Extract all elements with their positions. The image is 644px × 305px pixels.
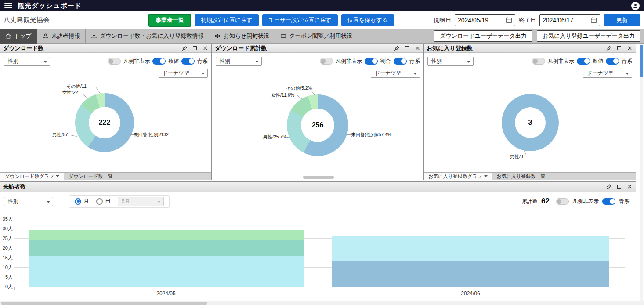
tab-coupon-usage[interactable]: クーポン閲覧／利用状況 [275,29,358,44]
blue-palette-toggle[interactable] [394,58,407,65]
gender-filter-select[interactable]: 性別 [4,57,50,66]
gender-filter-select[interactable]: 性別 [427,57,474,66]
slice-label-female: 女性/22 [62,90,78,96]
reset-user-position-button[interactable]: ユーザー設定位置に戻す [262,14,338,26]
chart-type-select[interactable]: ドーナツ型 [159,69,208,78]
numeric-toggle[interactable] [152,58,166,65]
home-icon [5,33,11,39]
export-download-users-button[interactable]: ダウンロードユーザーデータ出力 [434,30,532,42]
panel-title: ダウンロード数 [3,44,44,52]
y-axis-tick-label: 0人 [0,283,13,290]
tab-top[interactable]: トップ [0,29,37,44]
footer-tab-graph[interactable]: お気に入り登録数グラフ [424,173,492,180]
legend-hide-toggle[interactable] [108,58,121,65]
footer-tab-list[interactable]: ダウンロード数一覧 [64,173,117,180]
donut-center-total: 222 [89,107,120,138]
blue-palette-toggle[interactable] [181,58,195,65]
business-list-button[interactable]: 事業者一覧 [148,14,191,27]
pin-icon[interactable] [605,45,612,51]
panel-title: お気に入り登録数 [427,44,473,52]
hamburger-menu-icon[interactable] [4,2,13,10]
numeric-label: 数値 [168,58,179,65]
slice-label-other: その他/11 [66,84,87,90]
footer-tab-graph[interactable]: ダウンロード数グラフ [0,173,64,180]
horizontal-scrollbar [0,301,644,305]
maximize-icon[interactable] [616,183,622,190]
legend-hide-toggle[interactable] [320,58,333,65]
tab-visitor-info[interactable]: 来訪者情報 [37,29,86,44]
favorites-donut-chart: 3 [502,94,559,151]
close-icon[interactable] [414,45,421,51]
slice-label-female: 女性/11.6% [271,92,294,98]
day-radio-option[interactable]: 日 [96,197,111,205]
chart-type-select[interactable]: ドーナツ型 [371,69,420,78]
ratio-toggle[interactable] [365,58,378,65]
radio-selected-icon[interactable] [75,198,81,205]
bar-segment [29,240,304,255]
visitor-controls: 性別 月 日 5月 累計数 62 凡例非表示 青系 [4,196,630,207]
y-axis-tick-label: 30人 [0,225,13,232]
tab-download-favorites[interactable]: ダウンロード数・お気に入り登録数情報 [86,29,209,44]
bar-segment [29,256,304,287]
month-radio-label: 月 [83,197,89,205]
axis-tick [14,287,15,290]
save-position-button[interactable]: 位置を保存する [341,14,394,26]
close-icon[interactable] [626,183,633,190]
slice-label-no-answer: 未回答(性別)/132 [134,132,169,138]
y-axis-tick-label: 10人 [0,264,13,271]
gender-filter-select[interactable]: 性別 [216,57,262,66]
scrollbar-thumb[interactable] [303,176,334,179]
panel-header: ダウンロード数 [0,44,211,53]
gender-filter-select[interactable]: 性別 [4,197,53,206]
pin-icon[interactable] [181,45,188,51]
close-icon[interactable] [626,45,633,51]
tab-notice-open-status[interactable]: お知らせ開封状況 [209,29,275,44]
blue-palette-toggle[interactable] [602,198,615,205]
end-date-input[interactable]: 2024/06/17 [539,14,600,26]
user-avatar[interactable] [631,2,640,10]
leader-line [96,87,101,94]
scrollbar-thumb[interactable] [1,302,207,305]
pin-icon[interactable] [605,183,612,190]
start-date-input[interactable]: 2024/05/19 [455,14,515,26]
numeric-label: 数値 [593,58,603,65]
start-date-value: 2024/05/19 [458,17,488,24]
month-select-disabled: 5月 [118,197,164,206]
ratio-label: 割合 [380,58,391,65]
scrollbar-thumb[interactable] [640,45,643,77]
x-axis-label-may: 2024/05 [146,290,186,297]
maximize-icon[interactable] [404,45,410,51]
bar-2024-06 [332,236,609,287]
blue-palette-toggle[interactable] [606,58,619,65]
panel-footer-tabs: ダウンロード数グラフ ダウンロード数一覧 [0,172,211,180]
month-radio-option[interactable]: 月 [75,197,89,205]
radio-unselected-icon[interactable] [96,198,103,205]
y-axis-tick-label: 20人 [0,245,13,251]
export-favorite-users-button[interactable]: お気に入り登録ユーザーデータ出力 [537,30,640,42]
download-count-donut-chart: 222 [75,93,134,152]
legend-hide-toggle[interactable] [532,58,545,65]
top-app-bar: 観光ダッシュボード [0,0,644,11]
reset-default-position-button[interactable]: 初期設定位置に戻す [195,14,259,26]
legend-hide-toggle[interactable] [556,198,569,205]
update-button[interactable]: 更新 [604,14,640,26]
maximize-icon[interactable] [192,45,198,51]
y-axis-tick-label: 25人 [0,235,13,242]
leader-line [130,134,134,135]
axis-tick [318,287,318,290]
leader-line [297,95,303,99]
numeric-toggle[interactable] [577,58,590,65]
maximize-icon[interactable] [616,45,622,51]
main-tab-bar: トップ 来訪者情報 ダウンロード数・お気に入り登録数情報 お知らせ開封状況 クー… [0,29,644,44]
donut-center-total: 3 [515,107,546,138]
blue-palette-label: 青系 [197,58,208,65]
ticket-icon [280,33,286,39]
chart-type-select[interactable]: ドーナツ型 [583,69,632,78]
cumulative-value: 62 [541,197,550,206]
axis-tick [625,287,625,290]
gridline [14,229,625,229]
close-icon[interactable] [202,45,209,51]
footer-tab-list[interactable]: お気に入り登録数一覧 [492,173,550,180]
pin-icon[interactable] [393,45,400,51]
panel-title: 来訪者数 [3,183,26,191]
